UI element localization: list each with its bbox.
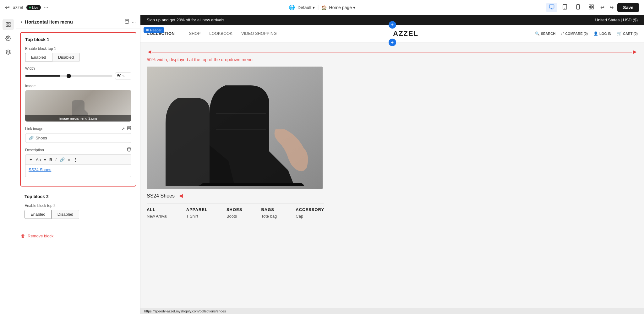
- more-options-button[interactable]: ···: [44, 5, 48, 10]
- nav-compare[interactable]: ⇄ COMPARE (0): [561, 31, 588, 35]
- cat-apparel-item-1[interactable]: T Shirt: [186, 214, 208, 219]
- enable-block-row: Enable block top 1 Enabled Disabled: [25, 46, 131, 62]
- search-icon: 🔍: [535, 31, 540, 36]
- sidebar-icons: [0, 15, 16, 314]
- nav-search[interactable]: 🔍 SEARCH: [535, 31, 555, 36]
- nav-item-video[interactable]: VIDEO SHOPPING: [241, 31, 277, 36]
- top-bar-center: 🌐 Default ▾ | 🏠 Home page ▾: [289, 4, 355, 10]
- cat-bags-header: BAGS: [261, 207, 277, 212]
- magic-wand-button[interactable]: ✦: [28, 157, 34, 163]
- cat-accessory-item-1[interactable]: Cap: [296, 214, 324, 219]
- left-panel: ‹ Horizontal item menu ··· Top block 1 E…: [16, 15, 140, 314]
- rich-text-link[interactable]: SS24 Shoes: [29, 167, 51, 172]
- panel-back-button[interactable]: ‹: [21, 19, 22, 25]
- redo-button[interactable]: ↪: [608, 3, 615, 12]
- trash-icon: 🗑: [21, 233, 25, 238]
- link-image-header: Link image ↗: [25, 126, 131, 131]
- svg-rect-9: [589, 7, 591, 9]
- font-chevron-button[interactable]: ▾: [43, 157, 47, 163]
- cat-shoes-header: SHOES: [226, 207, 243, 212]
- block2-title: Top block 2: [25, 194, 132, 199]
- svg-point-17: [125, 19, 129, 20]
- link-database-icon[interactable]: [127, 126, 131, 131]
- svg-point-15: [7, 38, 9, 39]
- preview-dropdown: ◄ ► 50% width, displayed at the top of t…: [140, 42, 644, 308]
- enabled-button-2[interactable]: Enabled: [25, 210, 52, 219]
- link-input-field[interactable]: 🔗 Shoes: [25, 133, 131, 143]
- chevron-down-icon-2: ▾: [353, 5, 355, 10]
- link-image-label: Link image: [25, 127, 43, 131]
- sidebar-icon-layout[interactable]: [3, 19, 14, 30]
- cat-bags-item-1[interactable]: Tote bag: [261, 214, 277, 219]
- external-link-icon[interactable]: ↗: [121, 126, 125, 131]
- bullet-list-button[interactable]: ≡: [67, 157, 72, 163]
- right-arrow: ►: [632, 49, 638, 55]
- numbered-list-button[interactable]: ⋮: [72, 157, 79, 163]
- bold-button[interactable]: B: [48, 157, 53, 163]
- width-slider[interactable]: [25, 75, 112, 77]
- svg-rect-0: [549, 5, 554, 8]
- italic-button[interactable]: I: [54, 157, 58, 163]
- nav-actions: 🔍 SEARCH ⇄ COMPARE (0) 👤 LOG IN 🛒 CART (…: [535, 31, 638, 36]
- link-actions: ↗: [121, 126, 131, 131]
- font-size-button[interactable]: Aa: [35, 157, 42, 163]
- disabled-button[interactable]: Disabled: [52, 53, 80, 62]
- announcement-right: United States | USD ($): [595, 18, 638, 22]
- nav-item-lookbook[interactable]: LOOKBOOK: [209, 31, 232, 36]
- rich-text-content[interactable]: SS24 Shoes: [25, 165, 131, 177]
- undo-button[interactable]: ↩: [599, 3, 606, 12]
- description-database-icon[interactable]: [127, 147, 131, 153]
- width-label: Width: [25, 66, 131, 71]
- default-select-button[interactable]: Default ▾: [297, 5, 315, 10]
- panel-actions: ···: [124, 19, 136, 25]
- link-image-row: Link image ↗ 🔗 Shoes: [25, 126, 131, 143]
- category-row: ALL New Arrival APPAREL T Shirt SHOES Bo…: [147, 203, 324, 219]
- tablet-view-button[interactable]: [559, 3, 570, 12]
- app-name: azzel: [13, 5, 23, 10]
- video-label: VIDEO SHOPPING: [241, 31, 277, 36]
- svg-point-18: [128, 126, 131, 127]
- cat-accessory-header: ACCESSORY: [296, 207, 324, 212]
- save-button[interactable]: Save: [617, 3, 639, 12]
- homepage-button[interactable]: Home page ▾: [329, 5, 355, 10]
- nav-cart[interactable]: 🛒 CART (0): [617, 31, 638, 36]
- image-preview[interactable]: image-megamenu-2.png: [25, 90, 131, 122]
- nav-item-shop[interactable]: SHOP: [189, 31, 201, 36]
- sidebar-icon-settings[interactable]: [3, 33, 14, 44]
- ss24-label: SS24 Shoes: [147, 193, 175, 199]
- nav-items: COLLECTION — SHOP LOOKBOOK VIDEO SHOPPIN…: [147, 31, 277, 36]
- plus-circle-bottom[interactable]: +: [389, 39, 396, 46]
- svg-rect-10: [592, 7, 593, 9]
- sidebar-icon-components[interactable]: [3, 46, 14, 58]
- back-nav-icon[interactable]: ↩: [5, 4, 10, 11]
- image-label: Image: [25, 84, 131, 88]
- remove-block-row[interactable]: 🗑 Remove block: [16, 231, 140, 241]
- panel-database-icon[interactable]: [124, 19, 129, 25]
- remove-block-label: Remove block: [28, 234, 53, 238]
- block1-title: Top block 1: [25, 37, 131, 42]
- cat-shoes-item-1[interactable]: Boots: [226, 214, 243, 219]
- width-unit: %: [122, 74, 125, 78]
- width-value: 50: [117, 74, 121, 78]
- disabled-button-2[interactable]: Disabled: [52, 210, 79, 219]
- svg-rect-8: [592, 5, 593, 6]
- nav-container: ⊞ Header + COLLECTION — SHOP: [140, 25, 644, 42]
- svg-rect-7: [589, 5, 591, 6]
- live-badge: Live: [26, 5, 41, 10]
- nav-login[interactable]: 👤 LOG IN: [593, 31, 611, 36]
- mobile-view-button[interactable]: [573, 3, 583, 12]
- cat-all-header: ALL: [147, 207, 167, 212]
- svg-rect-14: [8, 25, 10, 27]
- desktop-view-button[interactable]: [546, 3, 557, 12]
- category-accessory: ACCESSORY Cap: [296, 207, 324, 219]
- cart-icon: 🛒: [617, 31, 622, 36]
- plus-circle-top[interactable]: +: [389, 21, 396, 29]
- cat-all-item-1[interactable]: New Arrival: [147, 214, 167, 219]
- dropdown-content: SS24 Shoes ◄ ALL New Arrival APPAREL T S…: [147, 67, 638, 219]
- enabled-button[interactable]: Enabled: [25, 53, 52, 62]
- link-text-button[interactable]: 🔗: [58, 157, 66, 163]
- panel-more-button[interactable]: ···: [132, 19, 136, 25]
- image-name-overlay: image-megamenu-2.png: [25, 115, 131, 122]
- login-label: LOG IN: [599, 32, 611, 35]
- layout-button[interactable]: [586, 3, 597, 12]
